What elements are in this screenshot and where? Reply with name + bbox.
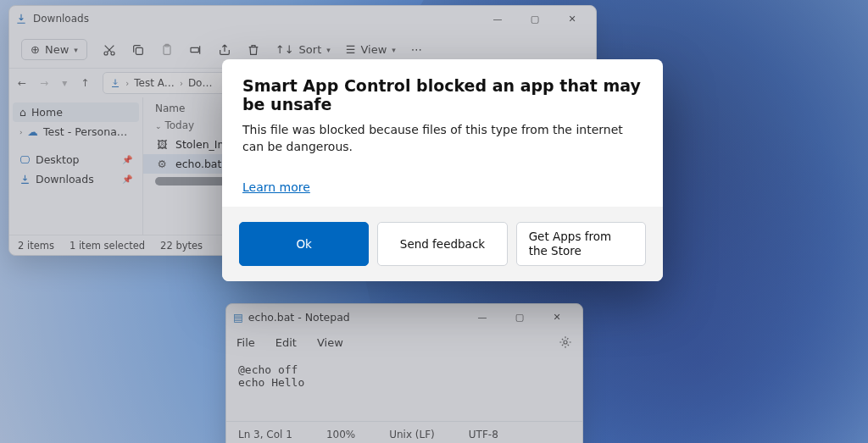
get-apps-store-button[interactable]: Get Apps from the Store xyxy=(516,222,646,266)
dialog-message: This file was blocked because files of t… xyxy=(242,122,643,155)
learn-more-link[interactable]: Learn more xyxy=(242,180,310,194)
smart-app-control-dialog: Smart App Control blocked an app that ma… xyxy=(222,59,663,281)
dialog-footer: Ok Send feedback Get Apps from the Store xyxy=(222,207,663,281)
ok-button[interactable]: Ok xyxy=(239,222,369,266)
dialog-title: Smart App Control blocked an app that ma… xyxy=(242,76,643,114)
send-feedback-button[interactable]: Send feedback xyxy=(377,222,507,266)
